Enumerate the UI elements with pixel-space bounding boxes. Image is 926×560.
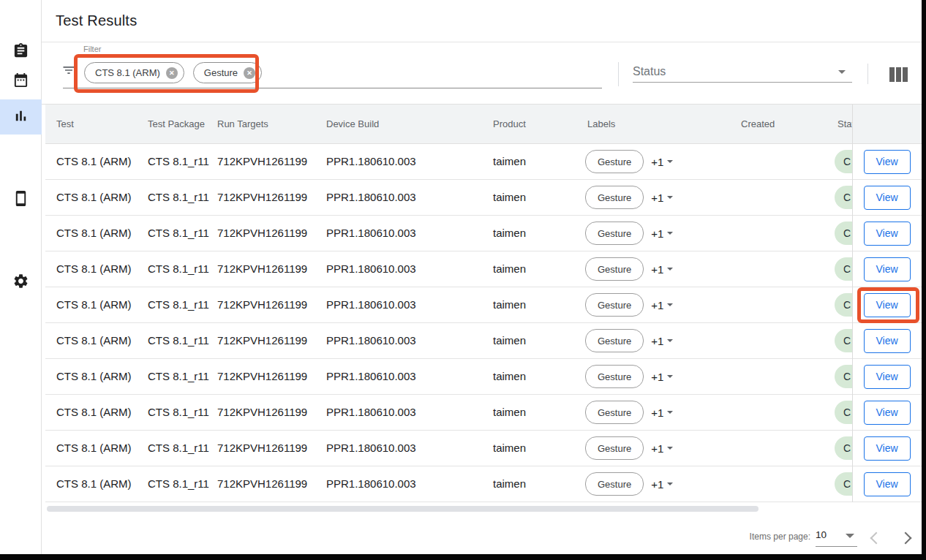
view-button[interactable]: View: [864, 365, 911, 389]
col-header-created[interactable]: Created: [741, 105, 775, 143]
label-chip[interactable]: Gesture: [585, 472, 644, 496]
status-select[interactable]: Status: [633, 65, 666, 78]
title-bar: Test Results: [42, 0, 922, 42]
cell-product: taimen: [493, 323, 526, 358]
cell-labels: Gesture +1: [585, 323, 673, 358]
label-chip[interactable]: Gesture: [585, 436, 644, 460]
col-header-labels[interactable]: Labels: [587, 105, 615, 143]
view-button[interactable]: View: [864, 472, 911, 496]
cell-test-package: CTS 8.1_r11: [148, 251, 209, 287]
more-labels-dropdown[interactable]: +1: [651, 192, 673, 204]
view-button[interactable]: View: [864, 436, 911, 461]
cell-product: taimen: [493, 251, 526, 287]
more-labels-dropdown[interactable]: +1: [651, 406, 673, 419]
previous-page-button[interactable]: [869, 531, 884, 545]
cell-product: taimen: [493, 359, 526, 394]
filter-chip[interactable]: CTS 8.1 (ARM) ✕: [84, 62, 184, 83]
cell-test: CTS 8.1 (ARM): [56, 466, 132, 502]
sidebar-item-settings[interactable]: [0, 265, 42, 300]
status-badge: C: [835, 365, 852, 388]
dropdown-arrow-icon: [667, 303, 673, 306]
cell-product: taimen: [493, 431, 526, 466]
col-header-device-build[interactable]: Device Build: [326, 105, 379, 143]
settings-icon: [12, 273, 29, 292]
more-labels-dropdown[interactable]: +1: [651, 442, 673, 455]
dropdown-arrow-icon: [667, 268, 673, 270]
cell-product: taimen: [493, 216, 526, 251]
col-header-test-package[interactable]: Test Package: [148, 105, 205, 143]
dropdown-arrow-icon[interactable]: [838, 70, 846, 74]
label-chip[interactable]: Gesture: [585, 150, 644, 173]
view-button[interactable]: View: [864, 329, 911, 353]
cell-test-package: CTS 8.1_r11: [148, 431, 209, 466]
cell-run-targets: 712KPVH1261199: [217, 431, 307, 466]
status-badge: C: [835, 401, 852, 424]
dropdown-arrow-icon: [667, 447, 673, 450]
col-header-status[interactable]: Status: [837, 105, 852, 143]
table-body: CTS 8.1 (ARM) CTS 8.1_r11 712KPVH1261199…: [45, 144, 922, 502]
cell-labels: Gesture +1: [585, 395, 673, 430]
dropdown-arrow-icon[interactable]: [846, 534, 854, 538]
status-badge: C: [835, 222, 852, 245]
view-columns-icon[interactable]: [889, 67, 908, 82]
chevron-right-icon: [900, 532, 912, 545]
cell-action: View: [852, 287, 922, 322]
table-row: CTS 8.1 (ARM) CTS 8.1_r11 712KPVH1261199…: [45, 180, 922, 216]
filter-list-icon: [61, 63, 76, 77]
view-button[interactable]: View: [864, 150, 911, 174]
status-badge: C: [835, 436, 852, 460]
horizontal-scrollbar[interactable]: [47, 506, 759, 512]
status-badge: C: [835, 293, 852, 317]
filter-input-underline[interactable]: [63, 88, 602, 88]
more-labels-dropdown[interactable]: +1: [651, 299, 673, 311]
more-labels-dropdown[interactable]: +1: [651, 156, 673, 168]
sidebar-item-devices[interactable]: [0, 182, 42, 217]
cell-run-targets: 712KPVH1261199: [217, 251, 307, 287]
view-button[interactable]: View: [864, 257, 911, 281]
cell-device-build: PPR1.180610.003: [326, 466, 416, 502]
label-chip[interactable]: Gesture: [585, 401, 644, 424]
view-button[interactable]: View: [864, 222, 911, 246]
view-button[interactable]: View: [864, 401, 911, 425]
view-button[interactable]: View: [864, 293, 911, 317]
filter-chip[interactable]: Gesture ✕: [193, 62, 262, 83]
cell-action: View: [852, 144, 922, 179]
table-row: CTS 8.1 (ARM) CTS 8.1_r11 712KPVH1261199…: [45, 287, 922, 323]
cell-product: taimen: [493, 144, 526, 179]
more-labels-dropdown[interactable]: +1: [651, 371, 673, 383]
label-chip[interactable]: Gesture: [585, 186, 644, 209]
cell-test: CTS 8.1 (ARM): [56, 180, 132, 215]
sidebar-item-test-results[interactable]: [0, 99, 42, 135]
next-page-button[interactable]: [898, 531, 913, 545]
cell-labels: Gesture +1: [585, 287, 673, 322]
cell-test-package: CTS 8.1_r11: [148, 395, 209, 430]
view-button[interactable]: View: [864, 186, 911, 210]
label-chip[interactable]: Gesture: [585, 329, 644, 352]
sidebar-item-test-plans[interactable]: [0, 64, 42, 99]
page-size-select[interactable]: 10: [816, 529, 827, 540]
more-labels-dropdown[interactable]: +1: [651, 335, 673, 347]
cell-action: View: [852, 359, 922, 394]
cell-labels: Gesture +1: [585, 359, 673, 394]
col-header-test[interactable]: Test: [56, 105, 74, 143]
col-header-product[interactable]: Product: [493, 105, 526, 143]
col-header-run-targets[interactable]: Run Targets: [217, 105, 268, 143]
cell-run-targets: 712KPVH1261199: [217, 180, 307, 215]
sticky-column-divider: [852, 105, 853, 502]
cell-run-targets: 712KPVH1261199: [217, 395, 307, 430]
label-chip[interactable]: Gesture: [585, 293, 644, 317]
cell-device-build: PPR1.180610.003: [326, 180, 416, 215]
items-per-page-label: Items per page:: [745, 531, 810, 542]
dropdown-arrow-icon: [667, 339, 673, 342]
more-labels-dropdown[interactable]: +1: [651, 263, 673, 276]
cell-labels: Gesture +1: [585, 431, 673, 466]
table-row: CTS 8.1 (ARM) CTS 8.1_r11 712KPVH1261199…: [45, 466, 922, 502]
label-chip[interactable]: Gesture: [585, 222, 644, 245]
table-row: CTS 8.1 (ARM) CTS 8.1_r11 712KPVH1261199…: [45, 431, 922, 466]
close-icon[interactable]: ✕: [244, 67, 255, 79]
label-chip[interactable]: Gesture: [585, 365, 644, 388]
more-labels-dropdown[interactable]: +1: [651, 227, 673, 240]
label-chip[interactable]: Gesture: [585, 257, 644, 281]
more-labels-dropdown[interactable]: +1: [651, 478, 673, 491]
close-icon[interactable]: ✕: [166, 67, 178, 79]
